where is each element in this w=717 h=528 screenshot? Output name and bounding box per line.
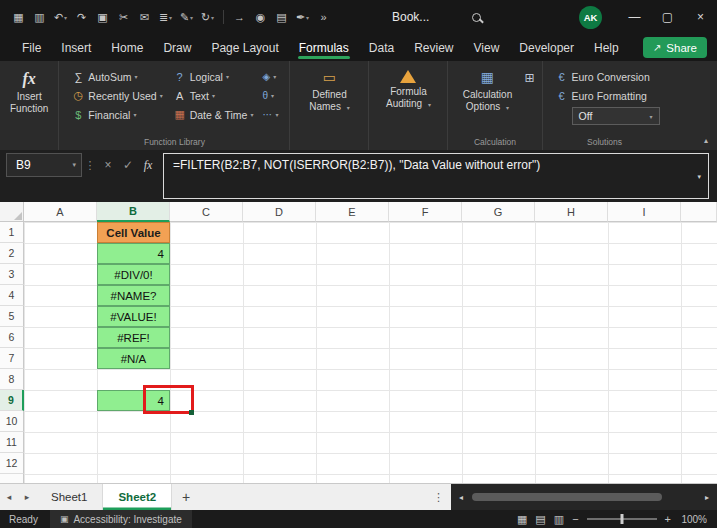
save-icon[interactable]: ▥ [29, 4, 50, 30]
calculation-options-button[interactable]: ▦ Calculation Options ▾ [455, 67, 519, 115]
undo-icon[interactable]: ↶▾ [50, 4, 71, 30]
column-header-h[interactable]: H [535, 202, 608, 222]
cell-B7[interactable]: #N/A [97, 348, 170, 369]
row-header-8[interactable]: 8 [0, 369, 24, 390]
formula-bar-handle[interactable]: ⋮ [84, 153, 96, 177]
row-header-2[interactable]: 2 [0, 243, 24, 264]
tab-page-layout[interactable]: Page Layout [201, 34, 288, 61]
tab-insert[interactable]: Insert [51, 34, 101, 61]
zoom-slider-thumb[interactable] [620, 514, 623, 524]
cell-B4[interactable]: #NAME? [97, 285, 170, 306]
mail-icon[interactable]: ✉ [134, 4, 155, 30]
cell-B1[interactable]: Cell Value [97, 222, 170, 243]
cell-B2[interactable]: 4 [97, 243, 170, 264]
select-all-corner[interactable] [0, 202, 24, 222]
zoom-level[interactable]: 100% [679, 514, 707, 525]
maximize-button[interactable]: ▢ [651, 0, 684, 34]
euro-conversion-button[interactable]: € Euro Conversion [550, 67, 660, 86]
row-header-12[interactable]: 12 [0, 453, 24, 474]
normal-view-icon[interactable]: ▦ [517, 513, 527, 526]
zoom-in-button[interactable]: + [665, 513, 671, 525]
collapse-ribbon-icon[interactable]: ▴ [704, 136, 708, 145]
column-header-g[interactable]: G [462, 202, 535, 222]
row-header-5[interactable]: 5 [0, 306, 24, 327]
fill-handle[interactable] [189, 410, 194, 415]
horizontal-scrollbar[interactable]: ◂ ▸ [451, 484, 717, 510]
more-commands-icon[interactable]: » [313, 4, 334, 30]
scroll-left-icon[interactable]: ◂ [454, 493, 468, 502]
column-header-i[interactable]: I [608, 202, 681, 222]
recently-used-button[interactable]: ◷ Recently Used ▾ [66, 86, 167, 105]
sheet-nav-left-icon[interactable]: ◂ [0, 484, 18, 510]
name-box[interactable]: B9 ▾ [6, 153, 82, 177]
row-header-1[interactable]: 1 [0, 222, 24, 243]
sheet-options-icon[interactable]: ⋮ [426, 484, 451, 510]
autosum-button[interactable]: ∑ AutoSum ▾ [66, 67, 167, 86]
camera-icon[interactable]: ◉ [250, 4, 271, 30]
more-functions-button[interactable]: ⋯ ▾ [258, 105, 282, 124]
cell-B3[interactable]: #DIV/0! [97, 264, 170, 285]
row-header-4[interactable]: 4 [0, 285, 24, 306]
pointer-icon[interactable]: → [229, 4, 250, 30]
sheet-tab-sheet2[interactable]: Sheet2 [103, 484, 172, 510]
column-header-b[interactable]: B [97, 202, 170, 222]
avatar[interactable]: AK [579, 6, 602, 29]
scrollbar-thumb[interactable] [472, 493, 662, 501]
lookup-reference-button[interactable]: ◈ ▾ [258, 67, 282, 86]
cell-B5[interactable]: #VALUE! [97, 306, 170, 327]
euro-off-dropdown[interactable]: Off ▾ [572, 107, 660, 125]
tab-review[interactable]: Review [404, 34, 463, 61]
redo-icon[interactable]: ↷ [71, 4, 92, 30]
enter-icon[interactable]: ✓ [118, 153, 138, 177]
cell-B6[interactable]: #REF! [97, 327, 170, 348]
scroll-right-icon[interactable]: ▸ [700, 493, 714, 502]
text-button[interactable]: A Text ▾ [168, 86, 259, 105]
tab-home[interactable]: Home [101, 34, 153, 61]
close-button[interactable]: × [684, 0, 717, 34]
accessibility-status[interactable]: ▣ Accessibility: Investigate [50, 510, 192, 528]
scrollbar-track[interactable] [470, 492, 698, 502]
copy-icon[interactable]: ▣ [92, 4, 113, 30]
logical-button[interactable]: ? Logical ▾ [168, 67, 259, 86]
sheet-tab-sheet1[interactable]: Sheet1 [36, 484, 103, 510]
tab-formulas[interactable]: Formulas [289, 34, 359, 61]
formula-input[interactable]: =FILTER(B2:B7, NOT(ISERROR(B2:B7)), "Dat… [163, 153, 709, 199]
add-sheet-button[interactable]: + [172, 484, 200, 510]
column-header-c[interactable]: C [170, 202, 243, 222]
tab-draw[interactable]: Draw [153, 34, 201, 61]
column-header-a[interactable]: A [24, 202, 97, 222]
row-header-9[interactable]: 9 [0, 390, 24, 411]
cut-icon[interactable]: ✂ [113, 4, 134, 30]
tab-view[interactable]: View [464, 34, 510, 61]
formula-auditing-button[interactable]: Formula Auditing ▾ [376, 67, 440, 112]
page-break-view-icon[interactable]: ▥ [554, 513, 564, 526]
sheet-nav-right-icon[interactable]: ▸ [18, 484, 36, 510]
insert-function-fx-icon[interactable]: fx [138, 153, 158, 177]
date-time-button[interactable]: ▦ Date & Time ▾ [168, 105, 259, 124]
formula-bar-expand-icon[interactable]: ▾ [697, 173, 701, 181]
minimize-button[interactable]: — [618, 0, 651, 34]
euro-formatting-button[interactable]: € Euro Formatting [550, 86, 660, 105]
column-header-f[interactable]: F [389, 202, 462, 222]
row-header-10[interactable]: 10 [0, 411, 24, 432]
row-header-3[interactable]: 3 [0, 264, 24, 285]
repeat-icon[interactable]: ↻▾ [197, 4, 218, 30]
row-header-7[interactable]: 7 [0, 348, 24, 369]
print-icon[interactable]: ▤ [271, 4, 292, 30]
signature-icon[interactable]: ✒▾ [292, 4, 313, 30]
share-button[interactable]: ↗ Share [643, 37, 707, 58]
cancel-icon[interactable]: × [98, 153, 118, 177]
column-header-e[interactable]: E [316, 202, 389, 222]
zoom-slider[interactable] [587, 518, 657, 520]
cells-area[interactable]: Cell Value 4 #DIV/0! #NAME? #VALUE! #REF… [24, 222, 717, 483]
tab-developer[interactable]: Developer [509, 34, 584, 61]
zoom-out-button[interactable]: − [572, 513, 578, 525]
row-header-6[interactable]: 6 [0, 327, 24, 348]
tab-help[interactable]: Help [584, 34, 629, 61]
apps-icon[interactable]: ▦ [8, 4, 29, 30]
format-painter-icon[interactable]: ✎▾ [176, 4, 197, 30]
search-icon[interactable] [465, 13, 487, 22]
financial-button[interactable]: $ Financial ▾ [66, 105, 167, 124]
numbered-list-icon[interactable]: ≣▾ [155, 4, 176, 30]
row-header-11[interactable]: 11 [0, 432, 24, 453]
